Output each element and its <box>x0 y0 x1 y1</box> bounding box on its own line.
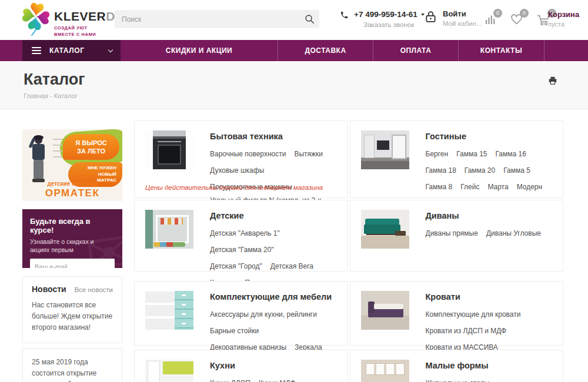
thumbnail-art-layer <box>395 231 406 236</box>
thumbnail-art-layer <box>161 218 183 224</box>
search-icon <box>305 14 315 24</box>
sofa-thumbnail[interactable] <box>361 210 409 249</box>
category-card: Кухни Кухни ЛДСПКухни МДФКухни с фотопеч… <box>134 350 348 382</box>
breadcrumb-current: Каталог <box>54 92 78 99</box>
category-title[interactable]: Кухни <box>210 361 339 370</box>
content: Я ВЫРОС ЗА ЛЕТО МНЕ НУЖЕН НОВЫЙ МАТРАС д… <box>0 109 588 382</box>
living-room-thumbnail[interactable] <box>361 130 409 169</box>
subcategory-link[interactable]: Гамма 18 <box>426 165 456 177</box>
category-title[interactable]: Комплектующие для мебели <box>210 292 339 301</box>
login-link[interactable]: Войти <box>443 9 482 18</box>
subcategory-link[interactable]: Берген <box>426 148 449 160</box>
category-title[interactable]: Детские <box>210 211 339 220</box>
subcategory-link[interactable]: Модерн <box>517 181 543 193</box>
subcategory-link[interactable]: Комплектующие для кровати <box>426 309 521 321</box>
subcategory-link[interactable]: Диваны Угловые <box>486 227 541 240</box>
subcategory-link[interactable]: Гамма 15 <box>456 148 487 160</box>
nav-filler <box>544 40 588 61</box>
thumbnail-art-layer <box>377 140 389 150</box>
category-row: Детские Детская "Акварель 1"Детская "Гам… <box>134 200 563 272</box>
print-button[interactable] <box>548 76 557 85</box>
subcategory-link[interactable]: Аксессуары для кухни, рейлинги <box>210 309 317 321</box>
subcategory-link[interactable]: Гамма 16 <box>496 148 526 160</box>
subcategory-link[interactable]: Марта <box>487 181 508 193</box>
subcategory-link[interactable]: Детская "Акварель 1" <box>210 227 280 240</box>
subcategory-link[interactable]: Кухни МДФ <box>259 377 296 382</box>
search-button[interactable] <box>299 10 319 28</box>
nav-catalog-label: КАТАЛОГ <box>49 46 85 55</box>
bed-thumbnail[interactable] <box>361 291 409 330</box>
hardware-thumbnail[interactable] <box>145 291 193 330</box>
subcategory-link[interactable]: Духовые шкафы <box>210 165 264 177</box>
subcategory-link[interactable]: Диваны прямые <box>426 227 478 240</box>
kids-room-thumbnail[interactable] <box>145 210 193 249</box>
lock-icon <box>425 9 437 25</box>
ormatek-ad-banner[interactable]: Я ВЫРОС ЗА ЛЕТО МНЕ НУЖЕН НОВЫЙ МАТРАС д… <box>22 129 122 201</box>
thumbnail-art-layer <box>366 363 405 375</box>
category-grid: Бытовая техника Варочные поверхностиВытя… <box>134 120 563 382</box>
subcategory-links: Журнальные столыКомоды и тумбы <box>426 374 555 382</box>
subcategory-link[interactable]: Детская "Город" <box>210 260 262 273</box>
subcategory-link[interactable]: Кухни ЛДСП <box>210 377 250 382</box>
category-title[interactable]: Бытовая техника <box>210 132 339 141</box>
category-row: Бытовая техника Варочные поверхностиВытя… <box>134 120 563 198</box>
thumbnail-art-layer <box>368 301 375 313</box>
category-card: Малые формы Журнальные столыКомоды и тум… <box>350 350 564 382</box>
news-item[interactable]: 25 мая 2019 года состоится открытие втор… <box>32 357 113 382</box>
subcategory-link[interactable]: Гамма 8 <box>426 181 453 193</box>
compare-button[interactable]: 0 <box>485 14 496 26</box>
thumbnail-art-layer <box>145 291 175 330</box>
subcategory-link[interactable]: Глейс <box>460 181 479 193</box>
news-title: Новости <box>32 284 66 294</box>
page-header: Каталог Главная - Каталог <box>0 61 588 109</box>
kitchen-thumbnail[interactable] <box>145 360 193 382</box>
site-header: KLEVERDOM СОЗДАЙ УЮТ ВМЕСТЕ С НАМИ <box>0 0 588 40</box>
nav-catalog-button[interactable]: КАТАЛОГ <box>22 40 121 61</box>
cart-label[interactable]: Корзина <box>548 10 579 19</box>
nav-item[interactable]: ОПЛАТА <box>373 40 459 61</box>
category-title[interactable]: Гостиные <box>426 132 555 141</box>
category-card: Бытовая техника Варочные поверхностиВытя… <box>134 120 348 198</box>
favorites-button[interactable]: 0 <box>510 14 523 26</box>
subcategory-link[interactable]: Вытяжки <box>294 148 323 160</box>
search-input[interactable] <box>115 15 299 24</box>
phone-dropdown-caret-icon[interactable] <box>421 14 425 16</box>
subcategory-link[interactable]: Детская "Гамма 20" <box>210 244 274 256</box>
subcategory-link[interactable]: Варочные поверхности <box>210 148 286 160</box>
subcategory-link[interactable]: Гамма 20 <box>465 165 495 177</box>
phone-number[interactable]: +7 499-959-14-61 <box>354 10 417 19</box>
category-row: Комплектующие для мебели Аксессуары для … <box>134 281 563 346</box>
newsletter-box: ✉ Будьте всегда в курсе! Узнавайте о ски… <box>22 209 122 268</box>
callback-link[interactable]: Заказать звонок <box>363 21 425 28</box>
category-title[interactable]: Кровати <box>426 292 555 301</box>
oven-thumbnail[interactable] <box>145 130 193 169</box>
nav-item[interactable]: КОНТАКТЫ <box>459 40 544 61</box>
subcategory-link[interactable]: Кровати из ЛДСП и МДФ <box>426 325 507 337</box>
all-news-link[interactable]: Все новости <box>74 286 113 293</box>
nav-item[interactable]: СКИДКИ И АКЦИИ <box>121 40 278 61</box>
newsletter-subtitle: Узнавайте о скидках и акциях первым <box>30 237 115 254</box>
news-item[interactable]: Нас становится все больше! Ждем открытие… <box>32 300 113 334</box>
account-link[interactable]: Мой кабин... <box>443 20 482 27</box>
category-title[interactable]: Малые формы <box>426 361 555 370</box>
subcategory-links: Диваны прямыеДиваны Угловые <box>426 224 549 241</box>
category-card: Комплектующие для мебели Аксессуары для … <box>134 281 348 346</box>
thumbnail-art-layer <box>182 294 186 296</box>
hamburger-icon <box>32 47 41 54</box>
nav-item[interactable]: ДОСТАВКА <box>278 40 373 61</box>
cart-texts: Корзина пуста <box>548 10 579 28</box>
breadcrumb: Главная - Каталог <box>24 92 78 99</box>
login-block[interactable]: Войти Мой кабин... <box>425 9 482 27</box>
newsletter-email-input[interactable] <box>30 259 122 268</box>
subcategory-link[interactable]: Журнальные столы <box>426 377 490 382</box>
page-title: Каталог <box>24 71 85 89</box>
subcategory-link[interactable]: Барные стойки <box>210 325 259 337</box>
subcategory-link[interactable]: Гамма 5 <box>503 165 530 177</box>
breadcrumb-home-link[interactable]: Главная <box>24 92 48 99</box>
category-row: Кухни Кухни ЛДСПКухни МДФКухни с фотопеч… <box>134 350 563 382</box>
category-title[interactable]: Диваны <box>426 211 549 220</box>
thumbnail-art-layer <box>392 135 406 159</box>
small-forms-thumbnail[interactable] <box>361 360 409 382</box>
subcategory-link[interactable]: Детская Вега <box>270 260 313 273</box>
compare-count-badge: 0 <box>493 9 502 18</box>
